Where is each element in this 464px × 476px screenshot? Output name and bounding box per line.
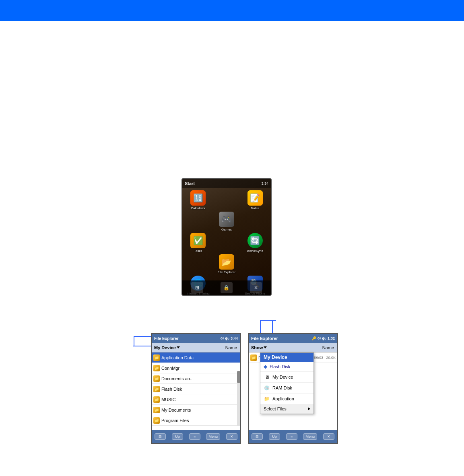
right-sort-dropdown[interactable]: Name (322, 345, 335, 350)
app-games[interactable]: 🎮 Games (213, 212, 240, 231)
file-list: 📁 Application Data 📁 ConnMgr 📁 Documents… (152, 352, 240, 426)
app-calculator[interactable]: 🔢 Calculator (185, 190, 212, 210)
folder-icon-appdata: 📁 (153, 354, 160, 361)
file-item-connmgr[interactable]: 📁 ConnMgr (152, 363, 240, 373)
file-item-music[interactable]: 📁 MUSIC (152, 394, 240, 405)
dropdown-item-selectfiles[interactable]: Select Files (260, 404, 313, 414)
file-name-appdata: Application Data (161, 355, 239, 360)
file-right-toolbar: ⊞ Up ≡ Menu ✕ (249, 430, 337, 443)
dropdown-header: My Device (260, 353, 313, 362)
notes-icon: 📝 (247, 190, 263, 206)
file-left-status: ◊◊ ψ♪ 3:44 (221, 336, 238, 340)
calculator-icon: 🔢 (190, 190, 206, 206)
folder-icon-docs: 📁 (153, 375, 160, 382)
toolbar-up[interactable]: Up (172, 433, 183, 440)
application-label: Application (272, 396, 294, 401)
file-right-status: 🔑 ◊◊ ψ♪ 1:32 (312, 336, 335, 340)
games-icon: 🎮 (219, 212, 234, 227)
sort-dropdown[interactable]: Name (225, 345, 238, 350)
mydevice-icon: 🖥 (264, 374, 270, 380)
app-activesync[interactable]: 🔄 ActiveSync (241, 233, 268, 253)
fileexplorer-icon: 📂 (219, 254, 234, 270)
flash-bullet: ◆ (264, 364, 267, 369)
arrow-line (133, 346, 151, 346)
start-btn[interactable]: ⊞ (191, 282, 203, 293)
activesync-icon: 🔄 (247, 233, 263, 248)
folder-icon-flash-right: 📁 (250, 354, 257, 361)
ramdisk-label: RAM Disk (272, 385, 292, 390)
app-fileexplorer[interactable]: 📂 File Explorer (213, 254, 240, 274)
dropdown-item-application[interactable]: 📁 Application (260, 394, 313, 404)
show-arrow (264, 346, 267, 348)
right-sort-label: Name (322, 345, 334, 350)
sort-label: Name (225, 345, 237, 350)
file-name-flash: Flash Disk (161, 387, 239, 392)
file-name-music: MUSIC (161, 397, 239, 402)
file-item-flashdisk[interactable]: 📁 Flash Disk (152, 384, 240, 394)
file-right-title: File Explorer (251, 336, 278, 341)
status-time: 3:34 (261, 181, 268, 185)
file-left-nav-bar: My Device Name (152, 343, 240, 352)
phone-start-screen: Start 3:34 🔢 Calculator 📝 Notes 🎮 Games … (181, 178, 272, 296)
file-name-docs: Documents an... (161, 376, 239, 381)
file-left-title: File Explorer (154, 336, 179, 341)
scrollbar-thumb[interactable] (237, 371, 240, 383)
selectfiles-label: Select Files (264, 406, 287, 411)
folder-icon-music: 📁 (153, 396, 160, 403)
dropdown-item-ramdisk[interactable]: 💿 RAM Disk (260, 383, 313, 394)
right-toolbar-home[interactable]: ⊞ (252, 433, 263, 440)
selectfiles-arrow (308, 407, 310, 410)
toolbar-close[interactable]: ✕ (226, 433, 237, 440)
mydevice-label: My Device (272, 375, 293, 379)
annotation-bracket-right-h (260, 320, 276, 321)
file-name-connmgr: ConnMgr (161, 366, 239, 371)
file-right-title-bar: File Explorer 🔑 ◊◊ ψ♪ 1:32 (249, 334, 337, 343)
flash-date: 5/9/03 20.0K (313, 356, 336, 360)
right-toolbar-up[interactable]: Up (269, 433, 280, 440)
file-name-mydocs: My Documents (161, 408, 239, 412)
games-label: Games (221, 228, 232, 231)
toolbar-home[interactable]: ⊞ (155, 433, 166, 440)
flash-label: Flash Disk (270, 364, 290, 369)
app-notes[interactable]: 📝 Notes (241, 190, 268, 210)
toolbar-menu[interactable]: Menu (206, 433, 220, 440)
file-item-programfiles[interactable]: 📁 Program Files (152, 415, 240, 426)
file-item-appdata[interactable]: 📁 Application Data (152, 352, 240, 363)
file-name-program: Program Files (161, 418, 239, 423)
location-arrow (177, 346, 180, 348)
file-left-title-bar: File Explorer ◊◊ ψ♪ 3:44 (152, 334, 240, 343)
section-divider (14, 92, 196, 92)
application-icon: 📁 (264, 396, 270, 402)
phone-file-explorer-right: File Explorer 🔑 ◊◊ ψ♪ 1:32 Show Name 📁 F… (248, 333, 338, 444)
app-tasks[interactable]: ✅ Tasks (185, 233, 212, 253)
folder-icon-program: 📁 (153, 417, 160, 424)
phone-file-explorer-left: File Explorer ◊◊ ψ♪ 3:44 My Device Name … (151, 333, 241, 444)
start-status-bar: Start 3:34 (182, 179, 271, 188)
fileexplorer-label: File Explorer (218, 270, 236, 274)
file-item-mydocs[interactable]: 📁 My Documents (152, 405, 240, 415)
lock-btn[interactable]: 🔒 (221, 282, 233, 293)
scrollbar-track[interactable] (237, 371, 240, 426)
file-left-toolbar: ⊞ Up ≡ Menu ✕ (152, 430, 240, 443)
notes-label: Notes (251, 206, 259, 210)
show-dropdown[interactable]: Show (251, 345, 267, 350)
file-right-nav-bar: Show Name (249, 343, 337, 352)
start-title: Start (185, 181, 195, 186)
activesync-label: ActiveSync (247, 249, 263, 253)
right-toolbar-menu[interactable]: Menu (303, 433, 317, 440)
folder-icon-connmgr: 📁 (153, 365, 160, 371)
location-dropdown[interactable]: My Device (154, 345, 180, 350)
header-bar (0, 0, 464, 21)
close-btn[interactable]: ✕ (250, 282, 262, 293)
right-toolbar-menu-icon[interactable]: ≡ (286, 433, 297, 440)
start-bottom-bar: ⊞ 🔒 ✕ (182, 280, 271, 295)
location-dropdown-menu: My Device ◆ Flash Disk 🖥 My Device 💿 RAM… (260, 352, 314, 414)
location-label: My Device (154, 345, 176, 350)
toolbar-menu-icon[interactable]: ≡ (189, 433, 200, 440)
status-icons: 3:34 (261, 181, 268, 185)
tasks-icon: ✅ (190, 233, 206, 248)
file-item-documents[interactable]: 📁 Documents an... (152, 373, 240, 384)
dropdown-item-flashdisk[interactable]: ◆ Flash Disk (260, 362, 313, 372)
right-toolbar-close[interactable]: ✕ (323, 433, 334, 440)
dropdown-item-mydevice[interactable]: 🖥 My Device (260, 372, 313, 383)
